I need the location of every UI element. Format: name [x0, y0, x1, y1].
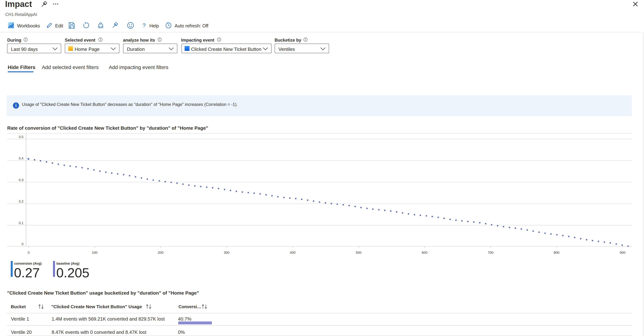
svg-text:200: 200	[158, 251, 163, 254]
svg-text:100: 100	[92, 251, 98, 254]
svg-text:400: 400	[290, 251, 296, 254]
svg-text:0.1: 0.1	[19, 221, 24, 225]
svg-text:0.5: 0.5	[19, 135, 24, 139]
svg-text:0: 0	[28, 251, 30, 254]
svg-text:300: 300	[224, 251, 230, 254]
svg-text:800: 800	[554, 251, 560, 254]
svg-text:0: 0	[22, 242, 24, 246]
svg-text:700: 700	[488, 251, 493, 254]
svg-text:600: 600	[422, 251, 428, 254]
svg-text:900: 900	[620, 251, 625, 254]
svg-text:0.3: 0.3	[19, 178, 24, 182]
svg-text:0.4: 0.4	[19, 156, 24, 160]
svg-text:500: 500	[356, 251, 362, 254]
svg-text:0.2: 0.2	[19, 199, 24, 203]
